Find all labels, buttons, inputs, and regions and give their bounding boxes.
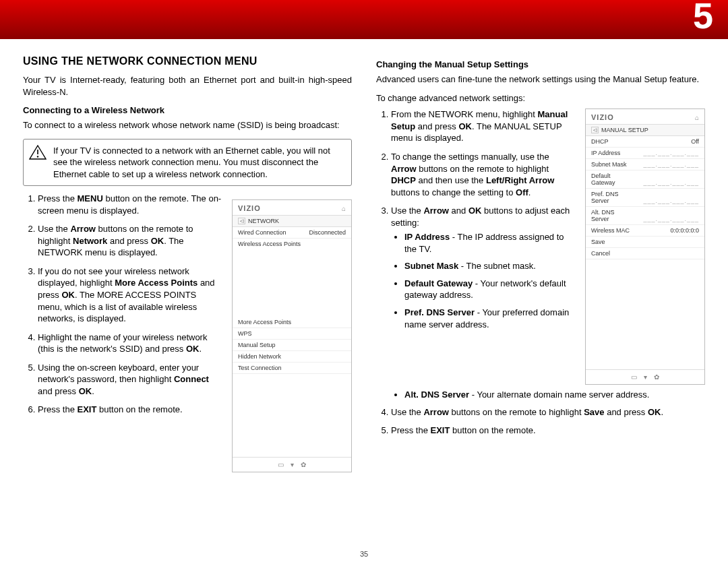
list-item: Press the EXIT button on the remote. — [38, 404, 222, 416]
warning-icon — [29, 145, 47, 181]
table-row: Hidden Network — [233, 351, 351, 363]
breadcrumb: NETWORK — [248, 218, 279, 224]
menu-footer-icons: ▭ ▾ ✿ — [233, 457, 351, 472]
right-column: Changing the Manual Setup Settings Advan… — [376, 55, 705, 555]
table-row: More Access Points — [233, 317, 351, 328]
table-row: WPS — [233, 328, 351, 340]
chevron-down-icon: ▾ — [644, 373, 647, 381]
list-item: To change the settings manually, use the… — [391, 151, 576, 198]
svg-point-2 — [37, 156, 38, 157]
table-row: Save — [586, 237, 704, 248]
steps-list-right: From the NETWORK menu, highlight Manual … — [376, 108, 576, 330]
subhead-wireless: Connecting to a Wireless Network — [23, 105, 352, 115]
table-row: DHCPOff — [586, 136, 704, 148]
back-icon: ◁ — [591, 127, 599, 133]
table-row: IP Address___.___.___.___ — [586, 148, 704, 159]
wide-icon: ▭ — [278, 461, 284, 468]
wide-icon: ▭ — [631, 373, 637, 381]
menu-footer-icons: ▭ ▾ ✿ — [586, 369, 704, 384]
list-item: Default Gateway - Your network's default… — [404, 278, 576, 301]
page-number: 35 — [0, 550, 728, 558]
table-row: Pref. DNSServer___.___.___.___ — [586, 189, 704, 207]
vizio-logo: VIZIO — [238, 204, 261, 212]
manual-setup-menu-screenshot: VIZIO ⌂ ◁ MANUAL SETUP DHCPOff IP Addres… — [585, 108, 705, 385]
list-item: Use the Arrow buttons on the remote to h… — [38, 223, 222, 259]
home-icon: ⌂ — [342, 205, 346, 212]
table-row: Wireless MAC0:0:0:0:0:0 — [586, 225, 704, 237]
page-body: USING THE NETWORK CONNECTION MENU Your T… — [23, 55, 705, 555]
section-title: USING THE NETWORK CONNECTION MENU — [23, 55, 352, 67]
back-icon: ◁ — [238, 218, 245, 224]
list-item: From the NETWORK menu, highlight Manual … — [391, 108, 576, 144]
gear-icon: ✿ — [301, 461, 306, 468]
manual-intro: Advanced users can fine-tune the network… — [376, 73, 705, 86]
steps-list-left: Press the MENU button on the remote. The… — [23, 193, 222, 416]
chapter-banner: 5 — [0, 0, 728, 39]
breadcrumb: MANUAL SETUP — [601, 127, 648, 133]
table-row: Alt. DNSServer___.___.___.___ — [586, 207, 704, 225]
list-item: Highlight the name of your wireless netw… — [38, 332, 222, 355]
table-row: Manual Setup — [233, 340, 351, 351]
list-item: If you do not see your wireless network … — [38, 266, 222, 325]
table-row: Cancel — [586, 248, 704, 259]
warning-text: If your TV is connected to a network wit… — [53, 145, 344, 181]
list-item: Press the EXIT button on the remote. — [391, 425, 705, 437]
table-row: Wired ConnectionDisconnected — [233, 227, 351, 239]
list-item: IP Address - The IP address assigned to … — [404, 231, 576, 255]
home-icon: ⌂ — [695, 114, 699, 121]
left-column: USING THE NETWORK CONNECTION MENU Your T… — [23, 55, 352, 555]
chevron-down-icon: ▾ — [291, 461, 294, 468]
list-item: Subnet Mask - The subnet mask. — [404, 260, 576, 272]
list-item: Press the MENU button on the remote. The… — [38, 193, 222, 216]
manual-lead: To change advanced network settings: — [376, 92, 705, 104]
table-row: Test Connection — [233, 363, 351, 374]
list-item: Use the Arrow and OK buttons to adjust e… — [391, 205, 576, 330]
intro-para: Your TV is Internet-ready, featuring bot… — [23, 74, 352, 98]
list-item: Using the on-screen keyboard, enter your… — [38, 362, 222, 398]
vizio-logo: VIZIO — [591, 113, 614, 121]
network-menu-screenshot: VIZIO ⌂ ◁ NETWORK Wired ConnectionDiscon… — [232, 199, 352, 472]
list-item: Use the Arrow buttons on the remote to h… — [391, 406, 705, 418]
list-item: Pref. DNS Server - Your preferred domain… — [404, 307, 576, 330]
warning-box: If your TV is connected to a network wit… — [23, 139, 352, 187]
table-row: DefaultGateway___.___.___.___ — [586, 170, 704, 189]
wireless-intro: To connect to a wireless network whose n… — [23, 119, 352, 131]
table-row: Wireless Access Points — [233, 239, 351, 249]
list-item: Alt. DNS Server - Your alternate domain … — [404, 389, 705, 401]
chapter-number: 5 — [693, 0, 713, 36]
gear-icon: ✿ — [654, 373, 659, 381]
table-row: Subnet Mask___.___.___.___ — [586, 159, 704, 170]
subhead-manual: Changing the Manual Setup Settings — [376, 59, 705, 69]
